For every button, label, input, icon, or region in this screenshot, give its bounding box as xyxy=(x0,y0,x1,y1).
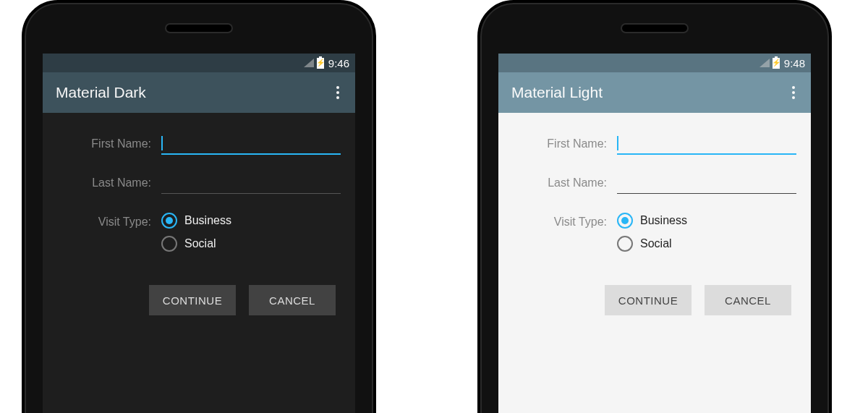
signal-icon xyxy=(760,59,770,67)
screen-dark: ⚡ 9:46 Material Dark First Name: Last Na… xyxy=(43,54,355,413)
last-name-label: Last Name: xyxy=(57,174,151,190)
status-icons: ⚡ xyxy=(304,58,324,69)
first-name-label: First Name: xyxy=(57,135,151,150)
first-name-row: First Name: xyxy=(57,135,341,155)
radio-button-icon xyxy=(617,213,633,229)
last-name-row: Last Name: xyxy=(57,174,341,194)
first-name-input[interactable] xyxy=(161,135,341,155)
continue-button[interactable]: CONTINUE xyxy=(605,285,692,315)
visit-type-label: Visit Type: xyxy=(513,213,607,229)
visit-type-label: Visit Type: xyxy=(57,213,151,229)
last-name-input[interactable] xyxy=(617,174,796,194)
radio-business[interactable]: Business xyxy=(161,213,231,229)
radio-button-icon xyxy=(161,236,177,252)
battery-charging-icon: ⚡ xyxy=(773,58,780,69)
first-name-row: First Name: xyxy=(513,135,796,155)
phone-light: ⚡ 9:48 Material Light First Name: Last N… xyxy=(477,0,832,413)
app-title: Material Dark xyxy=(56,84,146,101)
radio-business-label: Business xyxy=(184,214,231,227)
first-name-input-wrap[interactable] xyxy=(617,135,796,155)
overflow-menu-icon[interactable] xyxy=(333,83,342,102)
radio-social[interactable]: Social xyxy=(617,236,687,252)
status-clock: 9:48 xyxy=(784,57,805,69)
text-cursor-icon xyxy=(617,136,618,150)
radio-button-icon xyxy=(617,236,633,252)
radio-business-label: Business xyxy=(640,214,687,227)
last-name-row: Last Name: xyxy=(513,174,796,194)
form-content: First Name: Last Name: Visit Type: Busin… xyxy=(498,113,811,413)
button-row: CONTINUE CANCEL xyxy=(513,285,796,315)
last-name-label: Last Name: xyxy=(513,174,607,190)
form-content: First Name: Last Name: Visit Type: Busin… xyxy=(43,113,355,413)
radio-social-label: Social xyxy=(184,237,216,250)
first-name-input-wrap[interactable] xyxy=(161,135,341,155)
radio-social[interactable]: Social xyxy=(161,236,231,252)
cancel-button[interactable]: CANCEL xyxy=(705,285,791,315)
status-bar: ⚡ 9:48 xyxy=(498,54,811,72)
status-icons: ⚡ xyxy=(760,58,780,69)
continue-button[interactable]: CONTINUE xyxy=(149,285,236,315)
screen-light: ⚡ 9:48 Material Light First Name: Last N… xyxy=(498,54,811,413)
phone-dark: ⚡ 9:46 Material Dark First Name: Last Na… xyxy=(22,0,376,413)
radio-business[interactable]: Business xyxy=(617,213,687,229)
visit-type-radio-group: Business Social xyxy=(617,213,687,252)
first-name-label: First Name: xyxy=(513,135,607,150)
overflow-menu-icon[interactable] xyxy=(789,83,798,102)
app-title: Material Light xyxy=(511,84,603,101)
radio-social-label: Social xyxy=(640,237,672,250)
button-row: CONTINUE CANCEL xyxy=(57,285,341,315)
first-name-input[interactable] xyxy=(617,135,796,155)
app-bar: Material Dark xyxy=(43,72,355,113)
visit-type-row: Visit Type: Business Social xyxy=(57,213,341,252)
battery-charging-icon: ⚡ xyxy=(317,58,324,69)
status-bar: ⚡ 9:46 xyxy=(43,54,355,72)
visit-type-row: Visit Type: Business Social xyxy=(513,213,796,252)
radio-button-icon xyxy=(161,213,177,229)
last-name-input-wrap[interactable] xyxy=(617,174,796,194)
status-clock: 9:46 xyxy=(328,57,349,69)
last-name-input-wrap[interactable] xyxy=(161,174,341,194)
cancel-button[interactable]: CANCEL xyxy=(249,285,336,315)
visit-type-radio-group: Business Social xyxy=(161,213,231,252)
last-name-input[interactable] xyxy=(161,174,341,194)
text-cursor-icon xyxy=(161,136,163,150)
signal-icon xyxy=(304,59,314,67)
app-bar: Material Light xyxy=(498,72,811,113)
